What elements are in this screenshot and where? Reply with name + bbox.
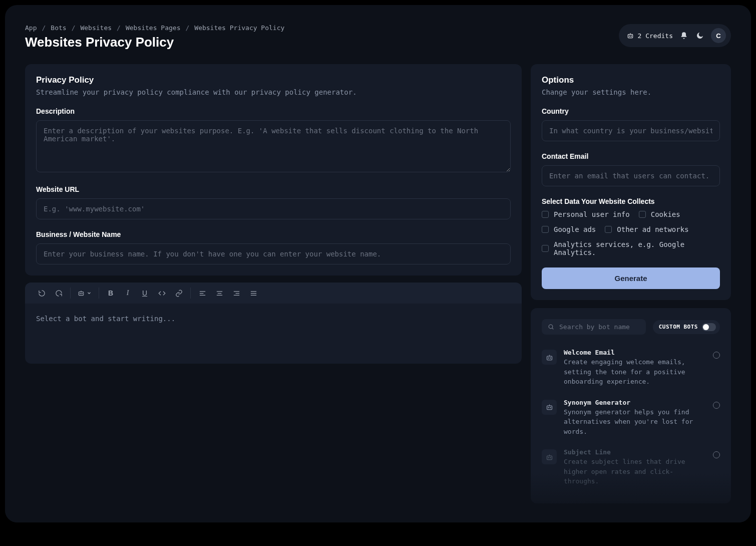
svg-point-8 [548, 358, 549, 358]
breadcrumb-item[interactable]: Websites [80, 24, 112, 32]
radio-icon[interactable] [713, 402, 720, 409]
custom-bots-toggle[interactable]: CUSTOM BOTS [653, 320, 720, 334]
breadcrumb-sep: / [42, 24, 46, 32]
breadcrumb-sep: / [117, 24, 121, 32]
editor-card: B I U Select a bot and start writing. [25, 283, 522, 364]
header-actions: 2 Credits C [619, 24, 731, 47]
svg-rect-0 [628, 35, 632, 38]
business-name-label: Business / Website Name [36, 230, 511, 238]
svg-rect-13 [547, 456, 552, 460]
svg-point-1 [629, 36, 629, 37]
bot-icon [542, 400, 557, 415]
description-input[interactable] [36, 120, 511, 172]
breadcrumb-item[interactable]: App [25, 24, 37, 32]
checkbox-personal-info[interactable]: Personal user info [542, 210, 630, 218]
svg-point-15 [550, 457, 550, 458]
svg-point-6 [549, 325, 553, 329]
svg-point-5 [82, 294, 82, 294]
editor-body[interactable]: Select a bot and start writing... [25, 304, 522, 364]
country-label: Country [542, 107, 720, 115]
chevron-down-icon [87, 291, 92, 296]
ai-menu-button[interactable] [75, 286, 95, 301]
align-left-icon[interactable] [195, 286, 210, 301]
theme-toggle-icon[interactable] [695, 31, 705, 41]
page-title: Websites Privacy Policy [25, 35, 284, 50]
bold-icon[interactable]: B [103, 286, 118, 301]
bot-search[interactable] [542, 319, 646, 335]
credits-label: 2 Credits [638, 32, 673, 40]
privacy-form-card: Privacy Policy Streamline your privacy p… [25, 64, 522, 276]
svg-point-11 [548, 407, 549, 408]
business-name-input[interactable] [36, 243, 511, 264]
radio-icon[interactable] [713, 352, 720, 359]
svg-rect-3 [79, 292, 83, 296]
svg-point-2 [631, 36, 631, 37]
url-input[interactable] [36, 198, 511, 219]
options-title: Options [542, 75, 720, 85]
bot-desc: Create subject lines that drive higher o… [564, 457, 706, 486]
bot-name: Welcome Email [564, 349, 706, 356]
checkbox-other-ads[interactable]: Other ad networks [605, 225, 688, 233]
bots-card: CUSTOM BOTS Welcome Email Create engagin… [531, 308, 731, 503]
editor-toolbar: B I U [25, 283, 522, 304]
align-center-icon[interactable] [212, 286, 227, 301]
credits-button[interactable]: 2 Credits [627, 32, 673, 40]
bot-item-welcome-email[interactable]: Welcome Email Create engaging welcome em… [542, 343, 720, 393]
svg-point-9 [550, 358, 550, 358]
align-justify-icon[interactable] [246, 286, 261, 301]
bot-item-synonym-generator[interactable]: Synonym Generator Synonym generator help… [542, 393, 720, 443]
bot-name: Synonym Generator [564, 399, 706, 406]
form-title: Privacy Policy [36, 75, 511, 85]
breadcrumb-item: Websites Privacy Policy [194, 24, 284, 32]
data-collects-label: Select Data Your Website Collects [542, 197, 720, 205]
bot-desc: Synonym generator helps you find alterna… [564, 407, 706, 437]
breadcrumb: App / Bots / Websites / Websites Pages /… [25, 24, 284, 32]
redo-icon[interactable] [51, 286, 66, 301]
bot-icon [542, 350, 557, 365]
svg-point-12 [550, 407, 550, 408]
search-icon [548, 324, 554, 330]
avatar[interactable]: C [711, 28, 726, 43]
email-label: Contact Email [542, 152, 720, 160]
undo-icon[interactable] [34, 286, 49, 301]
radio-icon[interactable] [713, 451, 720, 458]
code-icon[interactable] [154, 286, 169, 301]
svg-point-14 [548, 457, 549, 458]
italic-icon[interactable]: I [120, 286, 135, 301]
link-icon[interactable] [171, 286, 186, 301]
bot-icon [542, 449, 557, 464]
checkbox-google-ads[interactable]: Google ads [542, 225, 596, 233]
svg-rect-10 [547, 406, 552, 410]
svg-rect-7 [547, 356, 552, 360]
checkbox-analytics[interactable]: Analytics services, e.g. Google Analytic… [542, 240, 720, 256]
align-right-icon[interactable] [229, 286, 244, 301]
checkbox-cookies[interactable]: Cookies [639, 210, 680, 218]
form-subtitle: Streamline your privacy policy complianc… [36, 88, 511, 96]
toggle-switch[interactable] [702, 323, 716, 331]
options-card: Options Change your settings here. Count… [531, 64, 731, 300]
bot-name: Subject Line [564, 448, 706, 456]
bot-search-input[interactable] [559, 323, 640, 331]
svg-point-4 [80, 294, 81, 294]
breadcrumb-item[interactable]: Websites Pages [126, 24, 181, 32]
url-label: Website URL [36, 185, 511, 193]
bot-icon [627, 32, 634, 39]
breadcrumb-item[interactable]: Bots [51, 24, 66, 32]
generate-button[interactable]: Generate [542, 267, 720, 289]
bot-desc: Create engaging welcome emails, setting … [564, 357, 706, 387]
notifications-icon[interactable] [679, 31, 689, 41]
bot-item-subject-line[interactable]: Subject Line Create subject lines that d… [542, 442, 720, 492]
description-label: Description [36, 107, 511, 115]
options-subtitle: Change your settings here. [542, 88, 720, 96]
email-input[interactable] [542, 165, 720, 186]
underline-icon[interactable]: U [137, 286, 152, 301]
country-input[interactable] [542, 120, 720, 141]
custom-bots-label: CUSTOM BOTS [659, 324, 698, 330]
breadcrumb-sep: / [72, 24, 76, 32]
breadcrumb-sep: / [185, 24, 189, 32]
